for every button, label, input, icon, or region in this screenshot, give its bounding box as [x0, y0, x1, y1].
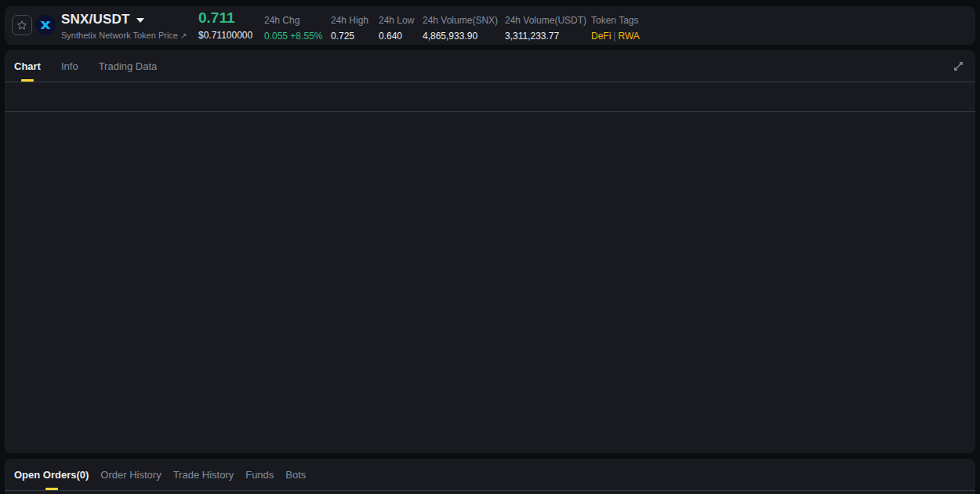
snx-token-logo	[35, 15, 56, 35]
stat-label: 24h Low	[379, 16, 414, 26]
stat-24h-change: 24h Chg 0.055 +8.55%	[264, 16, 322, 42]
tab-label: Trade History	[173, 469, 234, 481]
tab-trade-history[interactable]: Trade History	[173, 459, 234, 490]
stat-label: Token Tags	[591, 16, 640, 26]
chart-toolbar	[5, 82, 975, 112]
stat-24h-volume-quote: 24h Volume(USDT) 3,311,233.77	[505, 16, 586, 42]
tab-label: Order History	[100, 469, 161, 481]
chart-canvas[interactable]	[5, 112, 975, 453]
stat-24h-low: 24h Low 0.640	[379, 16, 414, 42]
stat-value: 4,865,933.90	[423, 31, 498, 42]
spot-trading-page: { "header": { "pair": "SNX/USDT", "subti…	[0, 0, 980, 494]
stat-24h-high: 24h High 0.725	[331, 16, 368, 42]
stat-label: 24h Volume(USDT)	[505, 16, 586, 26]
tab-label: Open Orders(0)	[14, 469, 89, 481]
active-tab-indicator	[45, 488, 58, 490]
tag-separator: |	[613, 31, 615, 42]
tab-funds[interactable]: Funds	[245, 459, 274, 490]
stat-label: 24h Volume(SNX)	[423, 16, 498, 26]
caret-down-icon	[136, 18, 144, 23]
stat-value: 0.055 +8.55%	[264, 31, 322, 42]
tab-bots[interactable]: Bots	[285, 459, 306, 490]
stat-value: 0.725	[331, 31, 368, 42]
favorite-button[interactable]	[12, 15, 32, 35]
token-subtitle: Synthetix Network Token Price	[61, 31, 178, 40]
pair-name: SNX/USDT	[61, 12, 130, 27]
expand-icon	[953, 60, 964, 72]
external-link-icon: ↗	[180, 31, 187, 40]
stat-label: 24h Chg	[264, 16, 322, 26]
tab-label: Info	[61, 60, 78, 72]
tab-trading-data[interactable]: Trading Data	[99, 50, 158, 82]
tab-label: Bots	[285, 469, 306, 481]
orders-panel: Open Orders(0) Order History Trade Histo…	[5, 459, 975, 494]
tab-order-history[interactable]: Order History	[100, 459, 161, 490]
tab-open-orders[interactable]: Open Orders(0)	[14, 459, 89, 490]
stat-24h-volume-base: 24h Volume(SNX) 4,865,933.90	[423, 16, 498, 42]
stat-value: 3,311,233.77	[505, 31, 586, 42]
market-header-panel: SNX/USDT Synthetix Network Token Price ↗…	[5, 6, 975, 45]
active-tab-indicator	[21, 79, 34, 82]
pair-selector[interactable]: SNX/USDT	[61, 12, 144, 27]
fiat-price: $0.71100000	[198, 30, 252, 41]
tab-info[interactable]: Info	[61, 50, 78, 82]
last-price: 0.711	[198, 9, 235, 27]
orders-panel-tabs: Open Orders(0) Order History Trade Histo…	[5, 459, 975, 491]
chart-panel-tabs: Chart Info Trading Data	[5, 50, 975, 82]
tag-defi-link[interactable]: DeFi	[591, 31, 611, 42]
tab-label: Funds	[245, 469, 274, 481]
chart-panel: Chart Info Trading Data	[5, 50, 975, 453]
stat-label: 24h High	[331, 16, 368, 26]
tag-rwa-link[interactable]: RWA	[618, 31, 639, 42]
stat-value: 0.640	[379, 31, 414, 42]
tab-chart[interactable]: Chart	[14, 50, 41, 82]
expand-chart-button[interactable]	[952, 60, 965, 73]
token-price-link[interactable]: Synthetix Network Token Price ↗	[61, 31, 187, 40]
star-icon	[16, 20, 27, 31]
tab-label: Chart	[14, 60, 41, 72]
token-tags: Token Tags DeFi|RWA	[591, 16, 640, 42]
tab-label: Trading Data	[99, 60, 158, 72]
